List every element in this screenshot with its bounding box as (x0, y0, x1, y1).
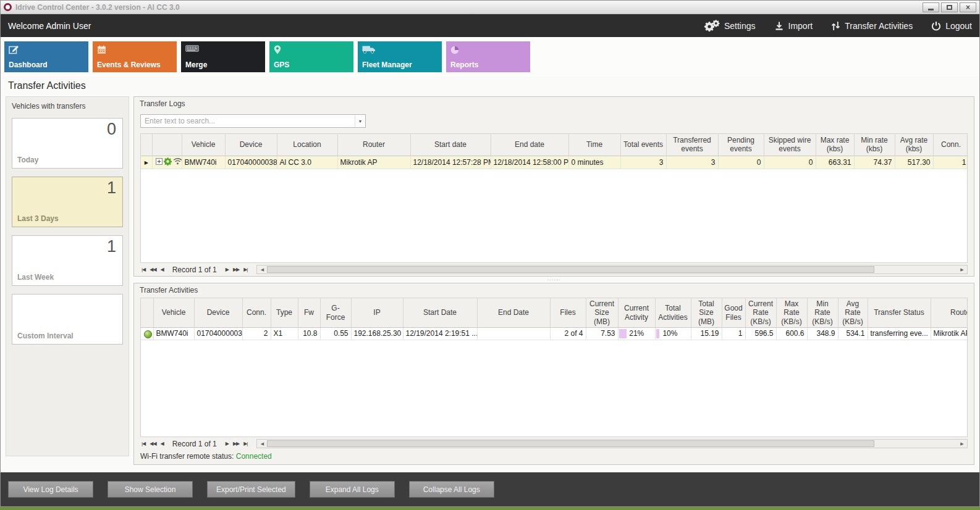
column-header-pending-events[interactable]: Pending events (718, 134, 764, 156)
column-header-good-files[interactable]: Good Files (722, 298, 745, 328)
scrollbar-track[interactable] (267, 440, 957, 448)
settings-button[interactable]: Settings (704, 20, 756, 31)
logs-pager-text: Record 1 of 1 (172, 265, 217, 274)
prev-record-button[interactable]: ◀ (159, 441, 165, 446)
column-header-max-rate-kb-s[interactable]: Max Rate (KB/s) (776, 298, 807, 328)
row-icons[interactable] (152, 156, 182, 169)
last-page-button[interactable]: ▶| (242, 441, 248, 446)
column-header-avg-rate-kbs[interactable]: Avg rate (kbs) (895, 134, 933, 156)
column-header-vehicle[interactable]: Vehicle (182, 134, 225, 156)
scrollbar-thumb[interactable] (267, 440, 874, 447)
show-selection-button[interactable]: Show Selection (108, 481, 193, 498)
next-page-button[interactable]: ▶▶ (232, 267, 240, 272)
next-record-button[interactable]: ▶ (224, 441, 230, 446)
column-header-end-date[interactable]: End Date (477, 298, 550, 328)
page-title: Transfer Activities (1, 77, 979, 93)
nav-tile-dashboard[interactable]: Dashboard (4, 41, 88, 72)
column-header-time[interactable]: Time (568, 134, 620, 156)
prev-page-button[interactable]: ◀◀ (148, 267, 157, 272)
column-header-start-date[interactable]: Start date (410, 134, 491, 156)
scrollbar-thumb[interactable] (267, 266, 874, 273)
column-header-min-rate-kbs[interactable]: Min rate (kbs) (854, 134, 895, 156)
prev-record-button[interactable]: ◀ (159, 267, 165, 272)
filter-card-last-3-days[interactable]: 1Last 3 Days (12, 177, 123, 227)
next-page-button[interactable]: ▶▶ (232, 441, 240, 446)
column-header-device[interactable]: Device (194, 298, 242, 328)
row-expander[interactable]: ▶ (141, 156, 152, 169)
filter-card-today[interactable]: 0Today (12, 118, 123, 169)
column-header-files[interactable]: Files (550, 298, 586, 328)
search-input[interactable] (141, 117, 355, 125)
panel-splitter[interactable]: ······ (133, 277, 974, 283)
column-header-max-rate-kbs[interactable]: Max rate (kbs) (816, 134, 854, 156)
column-header-location[interactable]: Location (277, 134, 337, 156)
nav-tile-events-reviews[interactable]: Events & Reviews (93, 41, 177, 72)
expand-row-icon[interactable] (156, 158, 163, 167)
column-header-end-date[interactable]: End date (491, 134, 568, 156)
logs-horizontal-scrollbar[interactable]: ◀ ▶ (256, 265, 968, 274)
column-header-start-date[interactable]: Start Date (403, 298, 477, 328)
column-header-total-events[interactable]: Total events (620, 134, 666, 156)
first-page-button[interactable]: |◀ (140, 441, 146, 446)
view-log-details-button[interactable]: View Log Details (8, 481, 93, 498)
scroll-right-icon[interactable]: ▶ (957, 441, 967, 446)
next-record-button[interactable]: ▶ (224, 267, 230, 272)
collapse-all-logs-button[interactable]: Collapse All Logs (409, 481, 494, 498)
transfer-activities-button[interactable]: Transfer Activities (831, 21, 913, 31)
maximize-button[interactable] (941, 2, 958, 12)
column-header-router[interactable]: Router (931, 298, 968, 328)
column-header-conn[interactable]: Conn. (242, 298, 271, 328)
cell-skipped-wire-events: 0 (764, 156, 816, 169)
cell-router: Mikrotik AP (337, 156, 410, 169)
column-header-current-rate-kb-s[interactable]: Current Rate (KB/s) (745, 298, 776, 328)
column-header-ip[interactable]: IP (351, 298, 403, 328)
column-header-current-size-mb[interactable]: Current Size (MB) (586, 298, 618, 328)
column-header-vehicle[interactable]: Vehicle (153, 298, 194, 328)
filter-card-custom-interval[interactable]: Custom Interval (12, 294, 123, 345)
export-print-selected-button[interactable]: Export/Print Selected (207, 481, 295, 498)
window-title: Idrive Control Center - 3.0.2 version - … (15, 3, 923, 12)
close-button[interactable]: × (960, 2, 976, 12)
table-row[interactable]: BMW740i0170400000382X110.80.55192.168.25… (141, 328, 968, 340)
dropdown-arrow-icon[interactable]: ▼ (355, 115, 365, 127)
nav-tile-reports[interactable]: Reports (446, 41, 530, 72)
scrollbar-track[interactable] (267, 265, 957, 274)
column-header-router[interactable]: Router (337, 134, 410, 156)
prev-page-button[interactable]: ◀◀ (148, 441, 157, 446)
column-header-total-size-mb[interactable]: Total Size (MB) (691, 298, 722, 328)
column-header-device[interactable]: Device (225, 134, 277, 156)
sidebar-vehicles-with-transfers: Vehicles with transfers 0Today1Last 3 Da… (6, 96, 129, 456)
logout-button[interactable]: Logout (931, 21, 972, 31)
column-header-transferred-events[interactable]: Transferred events (666, 134, 718, 156)
nav-tile-merge[interactable]: Merge (181, 41, 265, 72)
search-combo[interactable]: ▼ (140, 114, 366, 128)
last-page-button[interactable]: ▶| (242, 267, 248, 272)
column-header-type[interactable]: Type (271, 298, 298, 328)
import-button[interactable]: Import (774, 21, 813, 31)
transfer-logs-grid: VehicleDeviceLocationRouterStart dateEnd… (140, 133, 968, 263)
nav-tile-label: Fleet Manager (362, 61, 412, 69)
minimize-button[interactable] (923, 2, 939, 12)
nav-tile-gps[interactable]: GPS (269, 41, 353, 72)
column-header-total-activities[interactable]: Total Activities (655, 298, 691, 328)
column-header-min-rate-kb-s[interactable]: Min Rate (KB/s) (807, 298, 838, 328)
column-header-transfer-status[interactable]: Transfer Status (868, 298, 931, 328)
nav-tile-fleet-manager[interactable]: Fleet Manager (358, 41, 442, 72)
column-header-g-force[interactable]: G-Force (320, 298, 351, 328)
scroll-right-icon[interactable]: ▶ (957, 267, 967, 272)
scroll-left-icon[interactable]: ◀ (257, 267, 267, 272)
nav-tile-label: Reports (450, 61, 478, 69)
scroll-left-icon[interactable]: ◀ (257, 441, 267, 446)
filter-card-last-week[interactable]: 1Last Week (12, 235, 123, 286)
column-header-skipped-wire-events[interactable]: Skipped wire events (764, 134, 816, 156)
column-header-fw[interactable]: Fw (298, 298, 320, 328)
table-row[interactable]: ▶BMW740i017040000038Al CC 3.0Mikrotik AP… (141, 156, 968, 169)
activities-horizontal-scrollbar[interactable]: ◀ ▶ (256, 439, 968, 448)
first-page-button[interactable]: |◀ (140, 267, 146, 272)
column-header-avg-rate-kb-s[interactable]: Avg Rate (KB/s) (838, 298, 868, 328)
expand-all-logs-button[interactable]: Expand All Logs (310, 481, 395, 498)
activities-pager-text: Record 1 of 1 (172, 440, 217, 448)
column-header-conn[interactable]: Conn. (933, 134, 968, 156)
cell-current-rate-kb-s: 596.5 (745, 328, 776, 340)
column-header-current-activity[interactable]: Current Activity (618, 298, 655, 328)
